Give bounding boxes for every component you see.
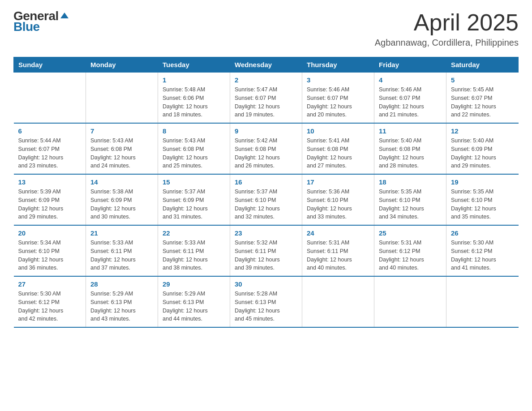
day-info: Sunrise: 5:31 AM Sunset: 6:12 PM Dayligh…	[379, 239, 442, 272]
day-cell: 10Sunrise: 5:41 AM Sunset: 6:08 PM Dayli…	[302, 123, 374, 174]
day-cell: 14Sunrise: 5:38 AM Sunset: 6:09 PM Dayli…	[86, 174, 158, 225]
title-area: April 2025 Agbannawag, Cordillera, Phili…	[375, 9, 519, 48]
day-number: 2	[235, 76, 297, 84]
day-number: 19	[451, 178, 514, 186]
day-cell: 3Sunrise: 5:46 AM Sunset: 6:07 PM Daylig…	[302, 73, 374, 124]
calendar-subtitle: Agbannawag, Cordillera, Philippines	[375, 38, 519, 48]
day-cell: 27Sunrise: 5:30 AM Sunset: 6:12 PM Dayli…	[14, 276, 86, 327]
day-cell: 6Sunrise: 5:44 AM Sunset: 6:07 PM Daylig…	[14, 123, 86, 174]
day-info: Sunrise: 5:32 AM Sunset: 6:11 PM Dayligh…	[235, 239, 297, 272]
day-info: Sunrise: 5:36 AM Sunset: 6:10 PM Dayligh…	[307, 188, 369, 221]
day-number: 26	[451, 229, 514, 237]
day-info: Sunrise: 5:37 AM Sunset: 6:10 PM Dayligh…	[235, 188, 297, 221]
day-cell: 20Sunrise: 5:34 AM Sunset: 6:10 PM Dayli…	[14, 225, 86, 276]
day-info: Sunrise: 5:33 AM Sunset: 6:11 PM Dayligh…	[163, 239, 225, 272]
week-row-4: 20Sunrise: 5:34 AM Sunset: 6:10 PM Dayli…	[14, 225, 519, 276]
day-number: 17	[307, 178, 369, 186]
day-cell	[86, 73, 158, 124]
day-cell: 28Sunrise: 5:29 AM Sunset: 6:13 PM Dayli…	[86, 276, 158, 327]
day-cell: 11Sunrise: 5:40 AM Sunset: 6:08 PM Dayli…	[374, 123, 446, 174]
day-number: 8	[163, 127, 225, 135]
day-info: Sunrise: 5:29 AM Sunset: 6:13 PM Dayligh…	[90, 290, 153, 323]
day-number: 21	[90, 229, 153, 237]
day-cell: 29Sunrise: 5:29 AM Sunset: 6:13 PM Dayli…	[158, 276, 230, 327]
day-info: Sunrise: 5:40 AM Sunset: 6:08 PM Dayligh…	[379, 137, 442, 170]
day-number: 7	[90, 127, 153, 135]
day-cell: 4Sunrise: 5:46 AM Sunset: 6:07 PM Daylig…	[374, 73, 446, 124]
day-cell	[302, 276, 374, 327]
day-info: Sunrise: 5:42 AM Sunset: 6:08 PM Dayligh…	[235, 137, 297, 170]
weekday-header-tuesday: Tuesday	[158, 57, 230, 73]
day-info: Sunrise: 5:40 AM Sunset: 6:09 PM Dayligh…	[451, 137, 514, 170]
day-number: 20	[18, 229, 82, 237]
day-number: 29	[163, 280, 225, 288]
day-info: Sunrise: 5:37 AM Sunset: 6:09 PM Dayligh…	[163, 188, 225, 221]
day-info: Sunrise: 5:31 AM Sunset: 6:11 PM Dayligh…	[307, 239, 369, 272]
day-info: Sunrise: 5:34 AM Sunset: 6:10 PM Dayligh…	[18, 239, 82, 272]
day-cell: 1Sunrise: 5:48 AM Sunset: 6:06 PM Daylig…	[158, 73, 230, 124]
day-cell: 7Sunrise: 5:43 AM Sunset: 6:08 PM Daylig…	[86, 123, 158, 174]
day-info: Sunrise: 5:43 AM Sunset: 6:08 PM Dayligh…	[90, 137, 153, 170]
week-row-1: 1Sunrise: 5:48 AM Sunset: 6:06 PM Daylig…	[14, 73, 519, 124]
day-number: 14	[90, 178, 153, 186]
day-cell: 16Sunrise: 5:37 AM Sunset: 6:10 PM Dayli…	[230, 174, 302, 225]
day-cell: 21Sunrise: 5:33 AM Sunset: 6:11 PM Dayli…	[86, 225, 158, 276]
day-number: 27	[18, 280, 82, 288]
day-number: 24	[307, 229, 369, 237]
day-info: Sunrise: 5:38 AM Sunset: 6:09 PM Dayligh…	[90, 188, 153, 221]
day-number: 1	[163, 76, 225, 84]
day-cell: 25Sunrise: 5:31 AM Sunset: 6:12 PM Dayli…	[374, 225, 446, 276]
header: General Blue April 2025 Agbannawag, Cord…	[13, 9, 519, 48]
day-cell: 19Sunrise: 5:35 AM Sunset: 6:10 PM Dayli…	[446, 174, 519, 225]
day-cell: 22Sunrise: 5:33 AM Sunset: 6:11 PM Dayli…	[158, 225, 230, 276]
day-number: 5	[451, 76, 514, 84]
day-cell: 17Sunrise: 5:36 AM Sunset: 6:10 PM Dayli…	[302, 174, 374, 225]
weekday-header-wednesday: Wednesday	[230, 57, 302, 73]
day-number: 25	[379, 229, 442, 237]
weekday-header-sunday: Sunday	[14, 57, 86, 73]
day-number: 12	[451, 127, 514, 135]
day-number: 4	[379, 76, 442, 84]
day-number: 16	[235, 178, 297, 186]
day-cell: 13Sunrise: 5:39 AM Sunset: 6:09 PM Dayli…	[14, 174, 86, 225]
calendar-body: 1Sunrise: 5:48 AM Sunset: 6:06 PM Daylig…	[14, 73, 519, 328]
weekday-header-monday: Monday	[86, 57, 158, 73]
day-cell: 8Sunrise: 5:43 AM Sunset: 6:08 PM Daylig…	[158, 123, 230, 174]
day-number: 3	[307, 76, 369, 84]
day-info: Sunrise: 5:48 AM Sunset: 6:06 PM Dayligh…	[163, 86, 225, 119]
day-info: Sunrise: 5:47 AM Sunset: 6:07 PM Dayligh…	[235, 86, 297, 119]
weekday-header-row: SundayMondayTuesdayWednesdayThursdayFrid…	[14, 57, 519, 73]
week-row-3: 13Sunrise: 5:39 AM Sunset: 6:09 PM Dayli…	[14, 174, 519, 225]
day-cell	[446, 276, 519, 327]
day-number: 10	[307, 127, 369, 135]
day-cell	[14, 73, 86, 124]
day-number: 6	[18, 127, 82, 135]
day-number: 23	[235, 229, 297, 237]
logo-triangle-icon	[60, 13, 69, 18]
day-cell: 23Sunrise: 5:32 AM Sunset: 6:11 PM Dayli…	[230, 225, 302, 276]
day-cell: 18Sunrise: 5:35 AM Sunset: 6:10 PM Dayli…	[374, 174, 446, 225]
day-number: 18	[379, 178, 442, 186]
day-info: Sunrise: 5:30 AM Sunset: 6:12 PM Dayligh…	[18, 290, 82, 323]
calendar-table: SundayMondayTuesdayWednesdayThursdayFrid…	[13, 57, 519, 328]
day-info: Sunrise: 5:28 AM Sunset: 6:13 PM Dayligh…	[235, 290, 297, 323]
day-number: 22	[163, 229, 225, 237]
day-cell	[374, 276, 446, 327]
day-number: 9	[235, 127, 297, 135]
day-cell: 30Sunrise: 5:28 AM Sunset: 6:13 PM Dayli…	[230, 276, 302, 327]
weekday-header-saturday: Saturday	[446, 57, 519, 73]
day-info: Sunrise: 5:46 AM Sunset: 6:07 PM Dayligh…	[307, 86, 369, 119]
day-cell: 12Sunrise: 5:40 AM Sunset: 6:09 PM Dayli…	[446, 123, 519, 174]
day-cell: 2Sunrise: 5:47 AM Sunset: 6:07 PM Daylig…	[230, 73, 302, 124]
day-info: Sunrise: 5:46 AM Sunset: 6:07 PM Dayligh…	[379, 86, 442, 119]
day-cell: 26Sunrise: 5:30 AM Sunset: 6:12 PM Dayli…	[446, 225, 519, 276]
day-cell: 15Sunrise: 5:37 AM Sunset: 6:09 PM Dayli…	[158, 174, 230, 225]
day-number: 30	[235, 280, 297, 288]
day-number: 13	[18, 178, 82, 186]
day-info: Sunrise: 5:39 AM Sunset: 6:09 PM Dayligh…	[18, 188, 82, 221]
calendar-header: SundayMondayTuesdayWednesdayThursdayFrid…	[14, 57, 519, 73]
logo-blue-text: Blue	[13, 20, 40, 34]
weekday-header-thursday: Thursday	[302, 57, 374, 73]
day-number: 11	[379, 127, 442, 135]
day-info: Sunrise: 5:44 AM Sunset: 6:07 PM Dayligh…	[18, 137, 82, 170]
